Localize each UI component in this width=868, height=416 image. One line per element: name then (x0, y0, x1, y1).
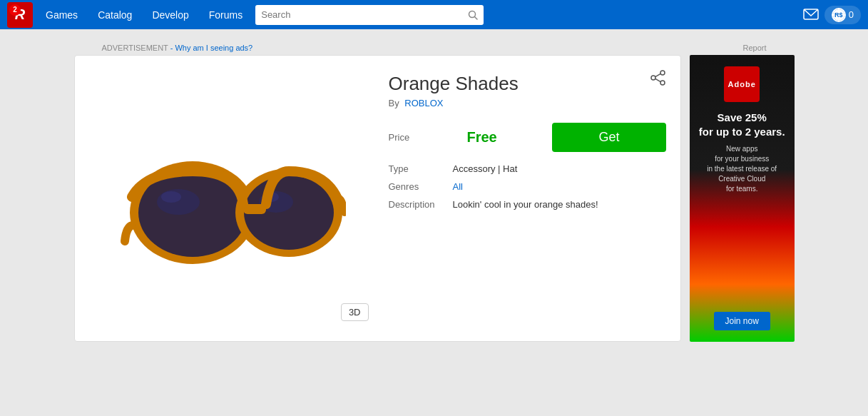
item-card: 3D Orange Shades By ROBLOX (74, 55, 681, 342)
robux-amount: 0 (849, 9, 854, 20)
price-value: Free (467, 129, 538, 146)
svg-point-13 (660, 81, 665, 85)
genres-label: Genres (389, 181, 453, 192)
nav-develop[interactable]: Develop (142, 0, 198, 29)
svg-point-12 (660, 71, 665, 75)
svg-line-15 (655, 73, 660, 76)
adobe-logo: Adobe (724, 66, 760, 102)
nav-right-section: R$ 0 (803, 6, 861, 24)
item-by: By ROBLOX (389, 98, 666, 108)
genres-value: All (453, 181, 463, 192)
nav-forums[interactable]: Forums (199, 0, 252, 29)
messages-icon[interactable] (803, 9, 819, 21)
adobe-sub: New apps for your business in the latest… (707, 144, 777, 194)
by-label: By (389, 98, 399, 108)
svg-point-5 (157, 189, 200, 215)
share-button[interactable] (650, 70, 666, 89)
item-details: Orange Shades By ROBLOX Price Free Get T… (389, 70, 666, 327)
svg-line-16 (655, 78, 660, 81)
item-image (111, 91, 353, 305)
report-link[interactable]: Report (742, 44, 766, 52)
svg-point-6 (161, 191, 181, 203)
join-now-button[interactable]: Join now (714, 312, 770, 330)
item-title: Orange Shades (389, 73, 666, 95)
nav-links: Games Catalog Develop Forums (36, 0, 252, 29)
price-row: Price Free Get (389, 123, 666, 152)
item-image-section: 3D (89, 70, 374, 327)
page-body: ADVERTISEMENT - Why am I seeing ads? Rep… (0, 29, 868, 356)
description-row: Description Lookin' cool in your orange … (389, 199, 666, 210)
description-label: Description (389, 199, 453, 210)
top-navigation: 2 R Games Catalog Develop Forums R$ 0 (0, 0, 868, 29)
adobe-headline: Save 25% for up to 2 years. (699, 111, 785, 138)
robux-button[interactable]: R$ 0 (824, 6, 861, 24)
why-ads-link[interactable]: - Why am I seeing ads? (170, 44, 253, 52)
nav-catalog[interactable]: Catalog (88, 0, 142, 29)
search-button[interactable] (468, 10, 478, 20)
price-label: Price (389, 132, 453, 143)
search-bar (255, 5, 484, 25)
content-row: 3D Orange Shades By ROBLOX (74, 55, 795, 342)
genres-link[interactable]: All (453, 181, 463, 192)
view-3d-button[interactable]: 3D (341, 303, 369, 321)
description-value: Lookin' cool in your orange shades! (453, 199, 598, 210)
get-button[interactable]: Get (552, 123, 666, 152)
svg-line-1 (475, 16, 478, 19)
ad-bar: ADVERTISEMENT - Why am I seeing ads? Rep… (99, 44, 770, 52)
genres-row: Genres All (389, 181, 666, 192)
ad-label: ADVERTISEMENT - Why am I seeing ads? (102, 44, 253, 52)
search-input[interactable] (261, 9, 464, 20)
type-label: Type (389, 163, 453, 174)
nav-logo-wrap[interactable]: 2 R (7, 2, 33, 28)
nav-games[interactable]: Games (36, 0, 88, 29)
adobe-logo-text: Adobe (728, 80, 756, 88)
robux-icon: R$ (832, 8, 846, 22)
svg-point-14 (651, 76, 655, 80)
type-value: Accessory | Hat (453, 163, 518, 174)
notification-badge: 2 (9, 4, 21, 16)
seller-link[interactable]: ROBLOX (404, 98, 443, 108)
adobe-ad: Adobe Save 25% for up to 2 years. New ap… (690, 55, 795, 342)
advertisement-text: ADVERTISEMENT (102, 44, 168, 52)
type-row: Type Accessory | Hat (389, 163, 666, 174)
